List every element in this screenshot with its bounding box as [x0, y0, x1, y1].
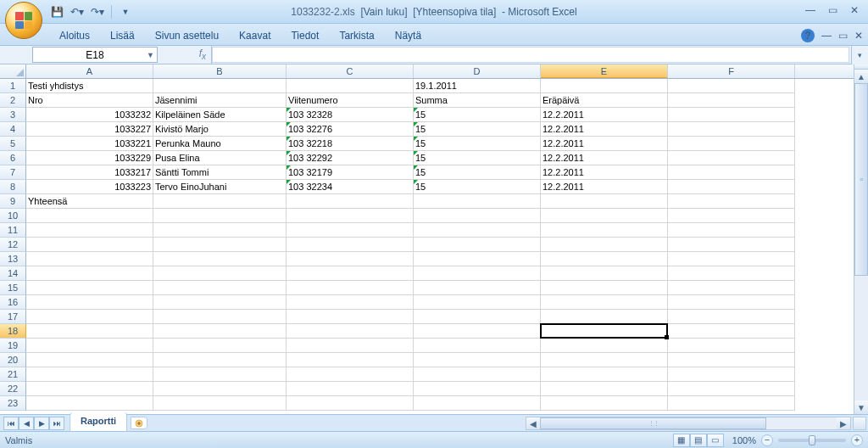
cell[interactable] — [414, 339, 541, 353]
column-header-D[interactable]: D — [414, 64, 541, 78]
tab-sivunasettelu[interactable]: Sivun asettelu — [145, 25, 229, 45]
cell[interactable] — [668, 353, 795, 367]
cell[interactable]: 12.2.2011 — [541, 151, 668, 165]
column-header-B[interactable]: B — [153, 64, 287, 78]
cell[interactable] — [414, 266, 541, 281]
row-header[interactable]: 4 — [0, 122, 26, 137]
cell[interactable] — [26, 209, 153, 223]
row-header[interactable]: 11 — [0, 223, 26, 238]
cell[interactable] — [26, 266, 153, 281]
cell[interactable] — [153, 281, 287, 295]
cell[interactable] — [541, 281, 668, 295]
cell[interactable] — [26, 238, 153, 252]
name-box-dropdown-icon[interactable]: ▼ — [147, 51, 154, 59]
cell[interactable] — [26, 353, 153, 367]
cell[interactable] — [668, 79, 795, 93]
cell[interactable]: 12.2.2011 — [541, 137, 668, 151]
undo-icon[interactable]: ↶▾ — [68, 3, 86, 20]
row-header[interactable]: 10 — [0, 209, 26, 223]
view-normal-button[interactable]: ▦ — [673, 434, 690, 447]
cell[interactable] — [668, 137, 795, 151]
cell[interactable]: 1033229 — [26, 151, 153, 165]
cell[interactable] — [287, 339, 414, 353]
row-header[interactable]: 23 — [0, 396, 26, 411]
row-header[interactable]: 1 — [0, 79, 26, 93]
maximize-button[interactable]: ▭ — [824, 3, 841, 17]
last-sheet-button[interactable]: ⏭ — [49, 417, 64, 430]
cell[interactable] — [541, 209, 668, 223]
row-header[interactable]: 13 — [0, 252, 26, 266]
vertical-scroll-thumb[interactable]: ≡ — [854, 83, 868, 276]
cell[interactable]: 103 32276 — [287, 122, 414, 137]
cell[interactable] — [414, 252, 541, 266]
zoom-in-button[interactable]: + — [851, 434, 863, 446]
first-sheet-button[interactable]: ⏮ — [3, 417, 19, 430]
cell[interactable] — [287, 281, 414, 295]
close-button[interactable]: ✕ — [846, 3, 863, 17]
fx-icon[interactable]: fx — [199, 48, 206, 61]
cell[interactable] — [414, 367, 541, 382]
cell[interactable] — [668, 310, 795, 324]
cell[interactable] — [668, 180, 795, 194]
cell[interactable]: 15 — [414, 165, 541, 180]
row-header[interactable]: 19 — [0, 339, 26, 353]
cell[interactable] — [153, 209, 287, 223]
column-header-F[interactable]: F — [668, 64, 795, 78]
view-pagebreak-button[interactable]: ▭ — [707, 434, 724, 447]
cell[interactable] — [287, 295, 414, 310]
horizontal-scrollbar[interactable]: ◀ ⋮⋮ ▶ — [526, 417, 851, 430]
row-header[interactable]: 21 — [0, 367, 26, 382]
row-header[interactable]: 17 — [0, 310, 26, 324]
cell[interactable] — [153, 252, 287, 266]
sheet-tab-raportti[interactable]: Raportti — [70, 412, 127, 432]
cell[interactable] — [414, 310, 541, 324]
cell[interactable] — [668, 266, 795, 281]
cell[interactable] — [26, 252, 153, 266]
row-header[interactable]: 22 — [0, 382, 26, 396]
row-header[interactable]: 6 — [0, 151, 26, 165]
cell[interactable] — [541, 324, 668, 339]
cell[interactable] — [541, 295, 668, 310]
cell[interactable] — [668, 382, 795, 396]
cell[interactable] — [287, 367, 414, 382]
row-header[interactable]: 9 — [0, 194, 26, 209]
scroll-up-icon[interactable]: ▲ — [854, 70, 868, 83]
cell[interactable]: Kivistö Marjo — [153, 122, 287, 137]
cell[interactable]: Summa — [414, 93, 541, 108]
cell[interactable] — [287, 238, 414, 252]
cell[interactable]: 1033232 — [26, 108, 153, 122]
cell[interactable]: Yhteensä — [26, 194, 153, 209]
cell[interactable] — [153, 238, 287, 252]
cell[interactable]: 103 32218 — [287, 137, 414, 151]
cell[interactable]: Tervo EinoJuhani — [153, 180, 287, 194]
cell[interactable] — [541, 252, 668, 266]
zoom-percent[interactable]: 100% — [732, 435, 756, 445]
cell[interactable] — [541, 339, 668, 353]
cell[interactable] — [287, 324, 414, 339]
tab-nayta[interactable]: Näytä — [385, 25, 431, 45]
cell[interactable]: 103 32234 — [287, 180, 414, 194]
scroll-down-icon[interactable]: ▼ — [854, 400, 868, 414]
cell[interactable] — [153, 367, 287, 382]
horizontal-scroll-thumb[interactable]: ⋮⋮ — [540, 417, 766, 429]
tab-lisaa[interactable]: Lisää — [100, 25, 145, 45]
help-icon[interactable]: ? — [801, 29, 815, 42]
cell[interactable] — [541, 310, 668, 324]
cell[interactable] — [668, 165, 795, 180]
new-sheet-button[interactable] — [131, 417, 147, 429]
cell[interactable] — [287, 310, 414, 324]
cell[interactable] — [153, 223, 287, 238]
cell[interactable] — [414, 194, 541, 209]
row-header[interactable]: 8 — [0, 180, 26, 194]
cell[interactable]: Jäsennimi — [153, 93, 287, 108]
row-header[interactable]: 15 — [0, 281, 26, 295]
save-icon[interactable]: 💾 — [47, 3, 66, 20]
cell[interactable]: 103 32179 — [287, 165, 414, 180]
office-button[interactable] — [5, 2, 42, 39]
row-header[interactable]: 12 — [0, 238, 26, 252]
cell[interactable] — [287, 396, 414, 411]
cell[interactable] — [26, 324, 153, 339]
cell[interactable] — [287, 223, 414, 238]
cell[interactable]: 12.2.2011 — [541, 180, 668, 194]
tab-tarkista[interactable]: Tarkista — [329, 25, 384, 45]
